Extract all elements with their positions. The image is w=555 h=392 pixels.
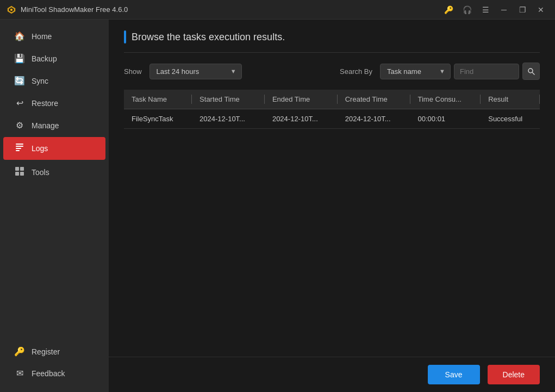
tools-icon bbox=[14, 166, 25, 178]
close-button[interactable]: ✕ bbox=[533, 2, 548, 17]
sidebar-item-label: Sync bbox=[32, 77, 48, 85]
sidebar-item-label: Manage bbox=[32, 121, 59, 130]
app-title: MiniTool ShadowMaker Free 4.6.0 bbox=[21, 5, 441, 14]
content-area: Browse the tasks execution results. Show… bbox=[109, 20, 555, 392]
bottom-bar: Save Delete bbox=[109, 357, 555, 392]
sidebar-item-manage[interactable]: ⚙ Manage bbox=[3, 115, 105, 136]
search-button[interactable] bbox=[522, 63, 540, 80]
sidebar-item-label: Register bbox=[32, 347, 60, 356]
table-header: Task Name Started Time Ended Time C bbox=[124, 90, 540, 109]
cell-ended-time: 2024-12-10T... bbox=[265, 109, 338, 129]
sidebar-item-home[interactable]: 🏠 Home bbox=[3, 26, 105, 47]
sidebar-item-logs[interactable]: Logs bbox=[3, 137, 105, 160]
sidebar-item-sync[interactable]: 🔄 Sync bbox=[3, 70, 105, 91]
sidebar-item-label: Feedback bbox=[32, 369, 65, 378]
cell-time-consumed: 00:00:01 bbox=[410, 109, 481, 129]
headset-icon[interactable]: 🎧 bbox=[459, 2, 475, 17]
manage-icon: ⚙ bbox=[14, 120, 25, 130]
col-ended-time: Ended Time bbox=[265, 90, 338, 109]
table-row[interactable]: FileSyncTask 2024-12-10T... 2024-12-10T.… bbox=[124, 109, 540, 129]
search-by-select[interactable]: Task name Result Created Time bbox=[380, 64, 451, 79]
sidebar-item-label: Restore bbox=[32, 99, 58, 108]
restore-icon: ↩ bbox=[14, 98, 25, 108]
main-layout: 🏠 Home 💾 Backup 🔄 Sync ↩ Restore ⚙ Manag… bbox=[0, 20, 555, 392]
backup-icon: 💾 bbox=[14, 53, 25, 64]
svg-rect-10 bbox=[20, 172, 24, 176]
col-time-consumed: Time Consu... bbox=[410, 90, 481, 109]
cell-result: Successful bbox=[481, 109, 540, 129]
search-controls: Task name Result Created Time ▼ bbox=[380, 63, 540, 80]
sidebar-item-label: Home bbox=[32, 32, 52, 41]
title-bar: MiniTool ShadowMaker Free 4.6.0 🔑 🎧 ☰ ─ … bbox=[0, 0, 555, 20]
svg-rect-5 bbox=[16, 148, 21, 149]
svg-rect-7 bbox=[15, 167, 19, 171]
sidebar-item-register[interactable]: 🔑 Register bbox=[3, 341, 105, 362]
delete-button[interactable]: Delete bbox=[488, 365, 540, 384]
header-accent bbox=[124, 30, 126, 43]
show-label: Show bbox=[124, 67, 142, 76]
search-by-select-wrapper: Task name Result Created Time ▼ bbox=[380, 64, 451, 79]
register-icon: 🔑 bbox=[14, 346, 25, 357]
svg-point-11 bbox=[528, 69, 533, 73]
table-wrapper: Task Name Started Time Ended Time C bbox=[109, 90, 555, 357]
menu-icon[interactable]: ☰ bbox=[478, 2, 493, 17]
svg-rect-3 bbox=[16, 144, 23, 145]
sidebar-item-label: Backup bbox=[32, 54, 57, 63]
page-header: Browse the tasks execution results. bbox=[109, 20, 555, 52]
save-button[interactable]: Save bbox=[428, 365, 480, 384]
cell-task-name: FileSyncTask bbox=[124, 109, 192, 129]
search-input[interactable] bbox=[454, 64, 519, 79]
restore-button[interactable]: ❐ bbox=[515, 2, 530, 17]
svg-rect-8 bbox=[20, 167, 24, 171]
app-logo bbox=[7, 5, 16, 15]
page-title: Browse the tasks execution results. bbox=[132, 32, 285, 43]
table-body: FileSyncTask 2024-12-10T... 2024-12-10T.… bbox=[124, 109, 540, 129]
sidebar-bottom: 🔑 Register ✉ Feedback bbox=[0, 340, 109, 392]
home-icon: 🏠 bbox=[14, 31, 25, 41]
show-select[interactable]: Last 24 hours Last 7 days Last 30 days A… bbox=[149, 64, 242, 79]
logs-icon bbox=[14, 142, 25, 154]
col-result: Result bbox=[481, 90, 540, 109]
sidebar-item-backup[interactable]: 💾 Backup bbox=[3, 48, 105, 69]
col-created-time: Created Time bbox=[338, 90, 410, 109]
window-controls: 🔑 🎧 ☰ ─ ❐ ✕ bbox=[441, 2, 548, 17]
feedback-icon: ✉ bbox=[14, 368, 25, 378]
col-task-name: Task Name bbox=[124, 90, 192, 109]
svg-point-2 bbox=[10, 8, 13, 11]
cell-created-time: 2024-12-10T... bbox=[338, 109, 410, 129]
minimize-button[interactable]: ─ bbox=[496, 2, 512, 17]
cell-started-time: 2024-12-10T... bbox=[192, 109, 265, 129]
sidebar-item-restore[interactable]: ↩ Restore bbox=[3, 92, 105, 114]
sidebar-item-feedback[interactable]: ✉ Feedback bbox=[3, 363, 105, 384]
show-select-wrapper: Last 24 hours Last 7 days Last 30 days A… bbox=[149, 64, 242, 79]
svg-line-12 bbox=[533, 73, 535, 75]
sidebar-item-label: Tools bbox=[32, 168, 49, 177]
sync-icon: 🔄 bbox=[14, 76, 25, 86]
logs-table: Task Name Started Time Ended Time C bbox=[124, 90, 540, 129]
col-started-time: Started Time bbox=[192, 90, 265, 109]
sidebar-item-label: Logs bbox=[32, 144, 48, 153]
svg-rect-4 bbox=[16, 146, 23, 147]
key-icon[interactable]: 🔑 bbox=[441, 2, 456, 17]
svg-rect-9 bbox=[15, 172, 19, 176]
sidebar: 🏠 Home 💾 Backup 🔄 Sync ↩ Restore ⚙ Manag… bbox=[0, 20, 109, 392]
sidebar-item-tools[interactable]: Tools bbox=[3, 161, 105, 184]
svg-rect-6 bbox=[16, 150, 20, 151]
filter-row: Show Last 24 hours Last 7 days Last 30 d… bbox=[109, 53, 555, 90]
search-by-label: Search By bbox=[340, 67, 372, 76]
